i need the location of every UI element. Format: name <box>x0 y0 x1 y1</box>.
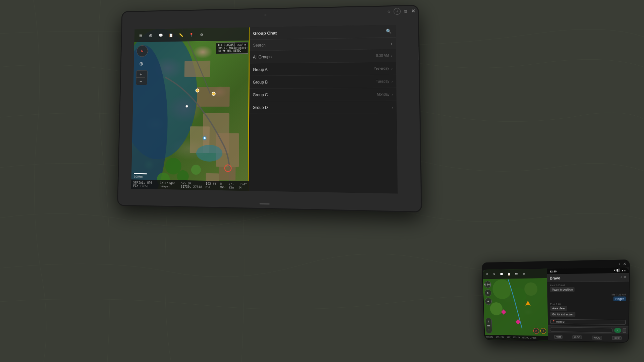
location-icon[interactable]: ⊕ <box>147 32 155 39</box>
measure-icon[interactable]: 📏 <box>177 31 185 39</box>
zoom-in-button[interactable]: + <box>137 71 146 78</box>
group-chat-panel: Group Chat 🔍 › All Groups 8:30 AM › Grou… <box>249 25 398 194</box>
star-button[interactable]: ☆ <box>386 9 392 14</box>
compass[interactable]: N <box>137 45 148 57</box>
phone-status-coords: 525 DK 31730, 27818 <box>513 336 537 339</box>
phone-map[interactable]: ✕ ✕ 💬 📋 🗺 ⚙ ⊕⊕⊕ ↻ + <box>483 269 548 341</box>
phone-action-row: RGR #LCC #VDO □□□□ <box>548 333 629 342</box>
map-area[interactable]: ☰ ⊕ 💬 📋 📏 📍 ⚙ ILL 1.028527 SRS LO 66416 … <box>131 27 250 191</box>
map-status-bar: SERIAL: GPS FIX (GPS) Callsign: Reaper 5… <box>131 179 249 191</box>
chat-item-group-a[interactable]: Group A Yesterday › <box>250 62 396 76</box>
phone-zoom-group[interactable]: ⊕⊕⊕ <box>484 281 491 288</box>
clipboard-icon[interactable]: 📋 <box>167 31 175 39</box>
phone-slider[interactable] <box>485 318 492 334</box>
phone-messages: Paul 7:05 AM Team in position Me 7:29 AM… <box>547 282 629 326</box>
chat-item-chevron-a: › <box>391 66 392 71</box>
altitude-status: 192 ft MSL <box>206 182 217 189</box>
phone-rgr-button[interactable]: RGR <box>554 335 562 339</box>
search-row: › <box>250 38 396 51</box>
chat-item-name-d: Group D <box>253 105 389 110</box>
phone-message-4: Go for extraction <box>550 312 626 317</box>
phone-vdo-button[interactable]: #VDO <box>592 336 602 340</box>
accuracy-status: +/- 25m <box>228 182 237 189</box>
phone-attach-btn[interactable] <box>623 328 626 333</box>
phone-chat-icon[interactable]: 💬 <box>499 271 505 277</box>
phone-bottom-controls <box>485 318 492 334</box>
chat-item-time-c: Monday <box>377 93 389 96</box>
heading-status: 354° M <box>239 183 247 190</box>
slider-indicator2 <box>489 329 489 331</box>
tablet-screen: ☰ ⊕ 💬 📋 📏 📍 ⚙ ILL 1.028527 SRS LO 66416 … <box>131 25 398 194</box>
phone-back-button[interactable]: ‹ <box>619 262 620 266</box>
crosshair-icon[interactable]: ⊕ <box>136 59 146 68</box>
phone-status-serial: SERIAL: GPS FIX (SPS) <box>486 336 512 339</box>
phone-clip-icon[interactable]: 📋 <box>506 271 512 277</box>
trash-button[interactable]: 🗑 <box>403 8 409 14</box>
menu-icon[interactable]: ☰ <box>137 32 145 40</box>
chat-item-group-b[interactable]: Group B Tuesday › <box>250 75 396 89</box>
tablet-camera <box>264 14 266 16</box>
phone-chat-title: Bravo <box>550 275 621 280</box>
phone-aerial-map: ✕ ✕ 💬 📋 🗺 ⚙ ⊕⊕⊕ ↻ + <box>483 269 548 341</box>
route-label[interactable]: 📍 Route 2 <box>550 319 626 324</box>
close-button[interactable]: ✕ <box>411 8 416 14</box>
phone-grid-button[interactable]: □□□□ <box>612 336 622 340</box>
phone-screen: ✕ ✕ 💬 📋 🗺 ⚙ ⊕⊕⊕ ↻ + <box>483 267 629 342</box>
chat-item-chevron-all: › <box>391 53 392 58</box>
zoom-out-button[interactable]: − <box>136 78 145 85</box>
phone-warning-exclaim[interactable]: ! <box>540 328 546 334</box>
phone-input-field[interactable] <box>550 327 613 333</box>
chat-icon[interactable]: 💬 <box>157 32 165 39</box>
add-button[interactable]: + <box>394 8 401 15</box>
target-ring <box>224 165 232 172</box>
panel-actions: 🔍 <box>385 28 392 35</box>
chat-item-time-all: 8:30 AM <box>376 54 389 58</box>
phone-msg-text-3: Area clear <box>550 306 567 311</box>
chat-list: All Groups 8:30 AM › Group A Yesterday ›… <box>249 49 398 194</box>
phone-crosshair-icon[interactable]: ✕ <box>491 271 497 277</box>
gps-position-dot <box>203 136 206 140</box>
panel-title: Group Chat <box>253 29 385 36</box>
chat-item-time-a: Yesterday <box>374 67 389 71</box>
signal-bar-3 <box>617 269 618 272</box>
chat-item-name-c: Group C <box>253 92 377 97</box>
phone-map-icons: ✕ ! <box>533 328 546 334</box>
phone-msg-text-1: Team in position <box>550 287 575 292</box>
aerial-map: ☰ ⊕ 💬 📋 📏 📍 ⚙ ILL 1.028527 SRS LO 66416 … <box>131 27 250 191</box>
tablet-power-button[interactable] <box>418 47 420 60</box>
signal-bar-1 <box>614 269 615 271</box>
slider-thumb <box>487 325 490 326</box>
phone-message-1: Paul 7:05 AM Team in position <box>550 283 626 292</box>
settings-icon[interactable]: ⚙ <box>198 31 206 39</box>
chat-item-name-a: Group A <box>253 66 374 72</box>
pin-icon[interactable]: 📍 <box>187 31 195 39</box>
phone-msg-text-2: Roger <box>613 296 626 301</box>
zoom-controls: + − <box>136 70 148 85</box>
chat-item-all-groups[interactable]: All Groups 8:30 AM › <box>250 49 396 64</box>
chat-item-name-all: All Groups <box>253 53 376 59</box>
window-controls: ☆ + 🗑 ✕ <box>386 8 416 15</box>
scale-bar-label: 100km <box>134 173 147 178</box>
phone-warning-cross[interactable]: ✕ <box>533 328 539 334</box>
phone-close-ctrl[interactable]: ✕ <box>623 275 626 279</box>
phone-device: ‹ ✕ <box>482 259 630 343</box>
phone-location-btn[interactable]: + <box>485 298 492 305</box>
map-marker-yellow-2[interactable] <box>212 92 216 96</box>
phone-close-button[interactable]: ✕ <box>623 261 626 266</box>
phone-menu-icon[interactable]: ✕ <box>484 272 490 278</box>
measurement-overlay: 354° M <box>235 42 248 48</box>
search-input[interactable] <box>253 41 390 47</box>
phone-compass[interactable]: ↻ <box>484 289 491 296</box>
search-button[interactable]: 🔍 <box>385 28 392 35</box>
phone-msg-text-4: Go for extraction <box>550 312 576 317</box>
map-marker-white[interactable] <box>185 105 188 108</box>
phone-lcc-button[interactable]: #LCC <box>573 335 582 339</box>
chat-item-group-d[interactable]: Group D › <box>249 101 397 114</box>
chat-item-chevron-c: › <box>391 92 393 97</box>
phone-settings-icon[interactable]: ⚙ <box>521 271 527 277</box>
phone-send-button[interactable]: › <box>614 328 621 333</box>
tablet-home-button[interactable] <box>260 203 270 205</box>
phone-map-icon[interactable]: 🗺 <box>513 271 519 277</box>
chat-item-group-c[interactable]: Group C Monday › <box>249 88 396 101</box>
phone-back-ctrl[interactable]: ‹ <box>621 275 622 279</box>
